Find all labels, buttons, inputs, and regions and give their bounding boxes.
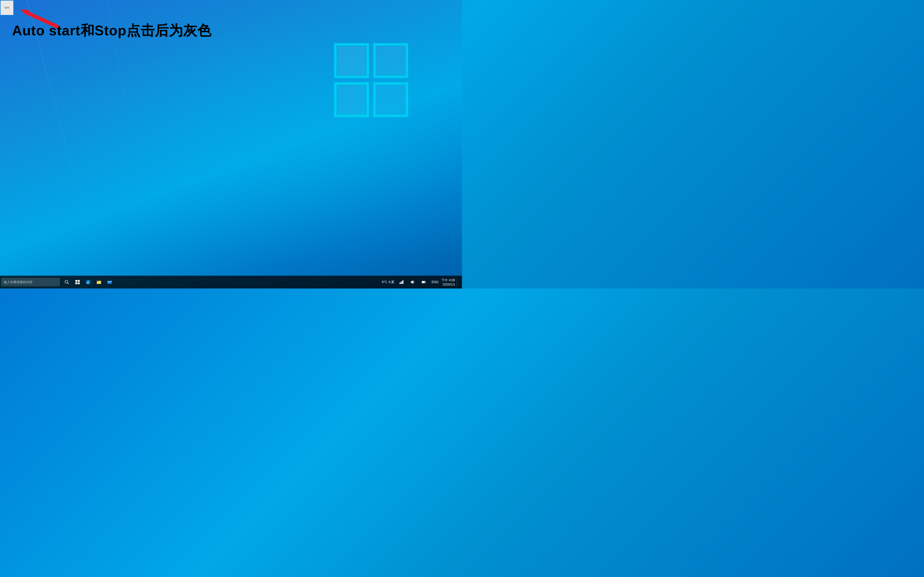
search-bar-placeholder: 输入你要搜索的内容 — [4, 280, 32, 285]
svg-rect-22 — [399, 283, 400, 284]
svg-rect-25 — [403, 280, 404, 284]
date-text: 2024/1/1 — [441, 283, 455, 286]
network-icon[interactable] — [396, 277, 406, 287]
svg-line-12 — [68, 283, 69, 284]
svg-rect-16 — [78, 282, 80, 284]
annotation-label: Auto start和Stop点击后为灰色 — [12, 23, 212, 38]
svg-rect-4 — [337, 46, 366, 75]
language-text: ENG — [431, 280, 438, 284]
svg-rect-6 — [337, 85, 366, 114]
svg-rect-14 — [78, 280, 80, 282]
taskbar-app-icons — [60, 277, 116, 287]
time-text: 下午 4:00 — [441, 278, 455, 283]
speaker-icon[interactable] — [408, 277, 417, 287]
svg-rect-29 — [422, 281, 425, 283]
taskbar-explorer-icon[interactable] — [94, 277, 104, 287]
windows-logo — [334, 43, 409, 118]
show-desktop-button[interactable] — [457, 277, 459, 287]
language-indicator[interactable]: ENG — [430, 277, 440, 287]
svg-rect-15 — [75, 282, 77, 284]
taskbar-right: 9°C 大雾 — [379, 277, 462, 287]
svg-rect-7 — [376, 85, 405, 114]
weather-text: 9°C 大雾 — [382, 280, 394, 285]
time-display[interactable]: 下午 4:00 2024/1/1 — [441, 278, 455, 286]
svg-rect-24 — [402, 281, 402, 284]
battery-icon[interactable] — [419, 277, 428, 287]
svg-rect-20 — [97, 281, 99, 282]
taskbar-taskview-icon[interactable] — [73, 277, 82, 287]
annotation-text: Auto start和Stop点击后为灰色 — [12, 21, 212, 40]
svg-point-11 — [65, 280, 68, 283]
taskbar-mail-icon[interactable] — [105, 277, 115, 287]
svg-rect-13 — [75, 280, 77, 282]
taskbar: 输入你要搜索的内容 — [0, 276, 462, 288]
svg-rect-5 — [376, 46, 405, 75]
weather-widget[interactable]: 9°C 大雾 — [382, 280, 394, 285]
search-bar[interactable]: 输入你要搜索的内容 — [1, 278, 60, 286]
mini-app-window[interactable]: tore — [0, 0, 14, 16]
mini-window-label: tore — [5, 6, 9, 9]
svg-marker-26 — [411, 280, 413, 284]
svg-rect-23 — [401, 282, 401, 284]
svg-rect-28 — [425, 282, 426, 283]
system-tray: ENG 下午 4:00 2024/1/1 — [396, 277, 459, 287]
taskbar-search-icon[interactable] — [62, 277, 72, 287]
taskbar-left: 输入你要搜索的内容 — [0, 276, 379, 288]
taskbar-edge-icon[interactable] — [83, 277, 93, 287]
